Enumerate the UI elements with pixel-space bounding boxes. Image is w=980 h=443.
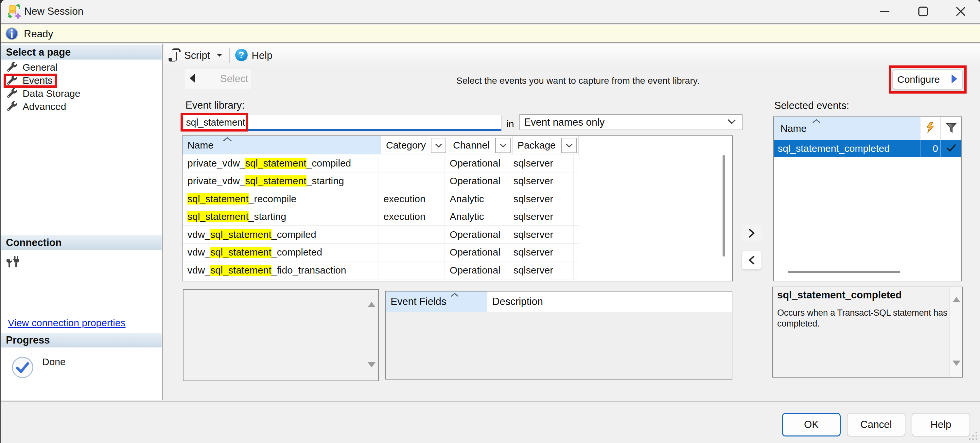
resize-grip[interactable] <box>967 430 978 441</box>
name-pre: private_vdw_ <box>188 158 245 169</box>
help-button[interactable]: Help <box>251 50 272 62</box>
channel-filter-button[interactable] <box>495 138 511 153</box>
filler-cell <box>574 244 579 261</box>
channel-cell: Operational <box>445 261 509 279</box>
column-header-filler <box>590 292 732 312</box>
cancel-button[interactable]: Cancel <box>847 413 905 437</box>
lightning-column-header[interactable] <box>921 117 941 140</box>
event-library-table: Name Category Channel <box>182 135 733 281</box>
column-header-label: Name <box>781 123 807 134</box>
scroll-up-icon[interactable] <box>368 296 375 302</box>
name-post: _starting <box>307 175 344 186</box>
event-fields-header: Event Fields Description <box>386 292 732 312</box>
select-nav-label: Select <box>220 73 248 85</box>
event-name-cell: vdw_sql_statement_compiled <box>183 226 379 244</box>
description-scrollbar[interactable] <box>950 287 963 377</box>
category-filter-button[interactable] <box>431 138 446 153</box>
table-row[interactable]: vdw_sql_statement_fido_transaction Opera… <box>183 261 579 279</box>
event-search-value: sql_statement <box>186 117 245 128</box>
event-description-panel: sql_statement_completed Occurs when a Tr… <box>772 287 963 378</box>
table-row[interactable]: vdw_sql_statement_compiled Operational s… <box>183 226 579 244</box>
back-arrow-icon[interactable] <box>188 73 196 85</box>
search-scope-dropdown[interactable]: Event names only <box>519 114 743 130</box>
close-button[interactable] <box>945 0 976 23</box>
table-row[interactable]: private_vdw_sql_statement_compiled Opera… <box>183 155 579 172</box>
check-icon <box>946 144 956 153</box>
ok-button[interactable]: OK <box>782 413 841 437</box>
filler-cell <box>574 261 579 279</box>
scroll-down-icon[interactable] <box>953 366 960 372</box>
column-header-category[interactable]: Category <box>381 136 448 155</box>
category-cell <box>379 155 445 172</box>
column-header-label: Channel <box>453 140 490 151</box>
sidebar-item-advanced[interactable]: Advanced <box>1 100 162 113</box>
sidebar-item-label: Data Storage <box>22 88 81 99</box>
selected-events-header: Name <box>774 117 961 140</box>
column-header-label: Event Fields <box>391 296 447 308</box>
name-match-highlight: sql_statement <box>210 229 272 240</box>
remove-event-button[interactable] <box>741 251 762 269</box>
table-row[interactable]: sql_statement_recompile execution Analyt… <box>183 190 579 208</box>
help-button-footer[interactable]: Help <box>912 413 970 437</box>
column-header-package[interactable]: Package <box>512 136 579 155</box>
window-title: New Session <box>24 6 83 18</box>
configure-label: Configure <box>897 74 940 85</box>
name-pre: private_vdw_ <box>188 175 245 186</box>
wrench-icon <box>7 88 17 99</box>
info-icon <box>5 27 19 42</box>
column-header-name[interactable]: Name <box>183 136 381 155</box>
selected-events-panel: Name <box>773 116 962 281</box>
column-header-event-fields[interactable]: Event Fields <box>386 292 487 312</box>
select-nav-button[interactable]: Select <box>185 69 251 89</box>
table-vertical-scrollbar[interactable] <box>722 155 725 257</box>
column-header-label: Category <box>386 140 426 151</box>
script-dropdown-caret-icon[interactable] <box>216 53 223 59</box>
event-fields-panel: Event Fields Description <box>385 291 732 379</box>
column-header-name[interactable]: Name <box>774 117 921 140</box>
event-name-cell: vdw_sql_statement_completed <box>183 244 379 261</box>
maximize-button[interactable] <box>908 0 939 23</box>
add-event-button[interactable] <box>741 225 762 242</box>
status-text: Ready <box>24 28 53 40</box>
column-header-description[interactable]: Description <box>487 292 590 312</box>
sidebar-item-label: Events <box>22 74 56 87</box>
content-area: Script ? Help Select Selec <box>164 44 980 400</box>
sidebar-item-events[interactable]: Events <box>1 74 162 87</box>
progress-status: Done <box>11 356 66 380</box>
event-search-input[interactable]: sql_statement <box>182 115 501 131</box>
name-match-highlight: sql_statement <box>245 158 307 169</box>
package-cell: sqlserver <box>508 155 574 172</box>
sidebar-item-label: General <box>22 62 57 73</box>
selected-event-row[interactable]: sql_statement_completed 0 <box>774 140 961 157</box>
selected-events-horizontal-scrollbar[interactable] <box>788 271 900 273</box>
minimize-button[interactable] <box>869 0 900 23</box>
package-cell: sqlserver <box>508 172 574 190</box>
event-name-cell: sql_statement_recompile <box>183 190 379 208</box>
category-cell <box>379 172 445 190</box>
package-cell: sqlserver <box>508 226 574 244</box>
new-session-app-icon <box>8 4 22 20</box>
channel-cell: Operational <box>445 172 509 190</box>
category-cell: execution <box>379 208 445 226</box>
scroll-up-icon[interactable] <box>953 292 960 297</box>
name-post: _recompile <box>248 193 297 204</box>
table-row[interactable]: sql_statement_starting execution Analyti… <box>183 208 579 226</box>
filler-cell <box>574 155 579 172</box>
scroll-down-icon[interactable] <box>368 367 375 373</box>
table-row[interactable]: vdw_sql_statement_completed Operational … <box>183 244 579 262</box>
name-match-highlight: sql_statement <box>188 211 248 222</box>
table-row[interactable]: private_vdw_sql_statement_starting Opera… <box>183 172 579 190</box>
filter-column-header[interactable] <box>941 117 961 140</box>
channel-cell: Operational <box>445 226 509 244</box>
script-button[interactable]: Script <box>184 50 210 62</box>
progress-status-label: Done <box>42 356 66 367</box>
configure-button[interactable]: Configure <box>892 69 963 90</box>
package-cell: sqlserver <box>508 208 574 226</box>
column-header-channel[interactable]: Channel <box>448 136 512 155</box>
sidebar-item-general[interactable]: General <box>1 61 162 74</box>
package-filter-button[interactable] <box>561 138 577 153</box>
sidebar-item-data-storage[interactable]: Data Storage <box>1 87 162 100</box>
view-connection-properties-link[interactable]: View connection properties <box>8 317 126 328</box>
channel-cell: Analytic <box>445 208 509 226</box>
name-match-highlight: sql_statement <box>245 175 307 186</box>
